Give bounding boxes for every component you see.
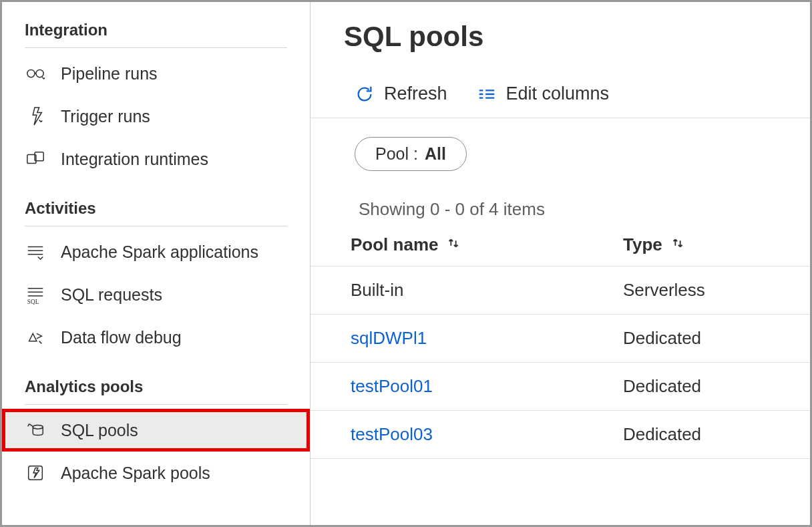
refresh-label: Refresh [384, 83, 447, 104]
pools-table: Pool name Type Built-in Serverless sqlDW… [311, 234, 810, 459]
sidebar-item-label: Pipeline runs [61, 64, 158, 83]
divider [25, 226, 287, 226]
sidebar-item-spark-pools[interactable]: Apache Spark pools [2, 452, 310, 494]
column-header-type-label: Type [623, 234, 662, 255]
sidebar-item-label: Trigger runs [61, 107, 150, 126]
page-title: SQL pools [311, 2, 810, 69]
sidebar-item-label: Data flow debug [61, 328, 182, 347]
main-content: SQL pools Refresh Edit columns Pool : Al… [311, 2, 810, 525]
svg-point-1 [36, 69, 43, 77]
pool-type: Serverless [623, 280, 770, 301]
pool-filter-label: Pool : [375, 144, 418, 164]
pool-name-link[interactable]: sqlDWPl1 [351, 328, 623, 349]
sql-pools-icon [25, 419, 46, 441]
table-row: testPool01 Dedicated [311, 363, 810, 411]
pipeline-runs-icon [25, 63, 46, 84]
section-header-analytics-pools: Analytics pools [2, 359, 310, 404]
svg-text:SQL: SQL [27, 299, 39, 305]
column-header-name[interactable]: Pool name [351, 234, 623, 255]
trigger-runs-icon [25, 106, 46, 127]
pool-filter-pill[interactable]: Pool : All [355, 137, 467, 171]
divider [25, 47, 287, 48]
sidebar-item-label: SQL requests [61, 285, 162, 305]
edit-columns-button[interactable]: Edit columns [477, 83, 610, 104]
section-header-integration: Integration [2, 14, 310, 47]
table-row: Built-in Serverless [311, 267, 810, 315]
column-header-name-label: Pool name [351, 234, 438, 255]
sidebar-item-label: Apache Spark pools [61, 464, 210, 483]
section-header-activities: Activities [2, 180, 310, 226]
sidebar-item-label: Integration runtimes [61, 150, 208, 169]
pool-type: Dedicated [623, 376, 770, 397]
result-count: Showing 0 - 0 of 4 items [311, 171, 810, 220]
refresh-icon [355, 84, 375, 104]
svg-point-5 [33, 425, 43, 429]
sidebar-item-spark-apps[interactable]: Apache Spark applications [2, 230, 310, 273]
sql-requests-icon: SQL [25, 284, 46, 305]
sidebar-item-label: SQL pools [61, 421, 138, 440]
svg-point-0 [27, 69, 35, 77]
sidebar-item-label: Apache Spark applications [61, 242, 258, 262]
sidebar-item-pipeline-runs[interactable]: Pipeline runs [2, 52, 310, 95]
sidebar-item-sql-pools[interactable]: SQL pools [2, 409, 310, 452]
filter-row: Pool : All [311, 118, 810, 171]
sidebar-item-trigger-runs[interactable]: Trigger runs [2, 95, 310, 138]
edit-columns-icon [477, 84, 497, 104]
sidebar-item-data-flow-debug[interactable]: Data flow debug [2, 316, 310, 359]
sidebar: Integration Pipeline runs Trigger runs I… [2, 2, 311, 525]
column-header-type[interactable]: Type [623, 234, 770, 255]
table-row: testPool03 Dedicated [311, 411, 810, 459]
spark-pools-icon [25, 462, 46, 484]
pool-name-link[interactable]: testPool03 [351, 424, 623, 445]
pool-name: Built-in [351, 280, 623, 301]
spark-apps-icon [25, 241, 46, 262]
divider [25, 404, 287, 405]
table-header: Pool name Type [311, 234, 810, 267]
pool-type: Dedicated [623, 328, 770, 349]
toolbar: Refresh Edit columns [311, 71, 810, 118]
refresh-button[interactable]: Refresh [355, 83, 447, 104]
pool-name-link[interactable]: testPool01 [351, 376, 623, 397]
data-flow-debug-icon [25, 327, 46, 348]
pool-type: Dedicated [623, 424, 770, 445]
pool-filter-value: All [425, 144, 446, 164]
table-row: sqlDWPl1 Dedicated [311, 315, 810, 363]
sidebar-item-integration-runtimes[interactable]: Integration runtimes [2, 138, 310, 180]
sort-icon [445, 234, 462, 255]
sort-icon [669, 234, 686, 255]
edit-columns-label: Edit columns [506, 83, 610, 104]
integration-runtimes-icon [25, 148, 46, 170]
sidebar-item-sql-requests[interactable]: SQL SQL requests [2, 273, 310, 316]
